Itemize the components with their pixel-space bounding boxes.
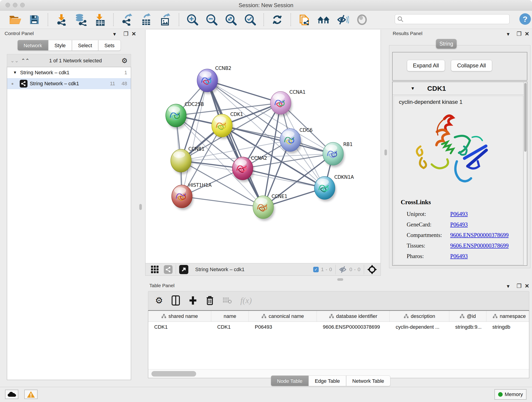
gene-header[interactable]: ▼ CDK1 <box>393 82 527 95</box>
detach-view-icon[interactable] <box>179 265 188 274</box>
network-node-HIST1H1A[interactable]: HIST1H1A <box>172 182 212 210</box>
zoom-selected-button[interactable] <box>244 14 256 26</box>
network-node-RB1[interactable]: RB1 <box>323 142 353 167</box>
table-settings-gear-icon[interactable]: ⚙ <box>155 295 163 306</box>
table-panel-float-icon[interactable]: ❐ <box>517 283 522 289</box>
control-panel-close-icon[interactable]: ✕ <box>132 31 136 37</box>
network-node-CCNB2[interactable]: CCNB2 <box>197 65 231 94</box>
column-header-@id[interactable]: @id <box>449 311 486 322</box>
crosslink-link[interactable]: P06493 <box>450 211 468 217</box>
tab-network[interactable]: Network <box>17 40 48 51</box>
column-header-namespace[interactable]: namespace <box>486 311 532 322</box>
tab-sets[interactable]: Sets <box>98 40 121 51</box>
import-network-database-button[interactable] <box>75 14 87 26</box>
column-header-name[interactable]: name <box>211 311 249 322</box>
table-hscrollbar-thumb[interactable] <box>152 371 196 376</box>
right-splitter-handle[interactable] <box>385 149 387 155</box>
network-node-CDKN1A[interactable]: CDKN1A <box>314 174 354 201</box>
tab-string[interactable]: String <box>436 39 457 49</box>
eye-disabled-button[interactable] <box>356 14 368 26</box>
left-splitter-handle[interactable] <box>139 204 142 210</box>
network-node-CCNE1[interactable]: CCNE1 <box>253 194 287 221</box>
network-node-CDC6[interactable]: CDC6 <box>280 128 312 153</box>
table-cell[interactable]: cyclin-dependent ... <box>390 324 449 330</box>
birdseye-crosshair-icon[interactable] <box>367 265 377 274</box>
results-panel-close-icon[interactable]: ✕ <box>525 31 529 37</box>
search-input[interactable] <box>404 16 502 22</box>
zoom-in-button[interactable] <box>186 14 198 26</box>
export-image-button[interactable] <box>159 14 171 26</box>
fit-content-button[interactable] <box>225 14 237 26</box>
protein-structure-image <box>410 110 497 192</box>
tab-node-table[interactable]: Node Table <box>271 375 309 386</box>
table-panel-close-icon[interactable]: ✕ <box>525 283 529 289</box>
network-canvas[interactable]: CCNB2CCNA1CDC25BCDK1CDC6RB1CCNB1CCNA2CDK… <box>145 30 381 263</box>
network-node-CCNA2[interactable]: CCNA2 <box>232 155 267 182</box>
results-panel-menu-icon[interactable]: ▼ <box>506 32 510 37</box>
column-header-database-identifier[interactable]: database identifier <box>317 311 390 322</box>
tree-expander-icon[interactable]: ▼ <box>13 70 17 75</box>
clone-network-button[interactable] <box>298 14 310 26</box>
expand-all-button[interactable]: Expand All <box>407 60 445 71</box>
crosslink-link[interactable]: P06493 <box>450 221 468 228</box>
show-columns-icon[interactable] <box>172 295 180 306</box>
column-header-canonical-name[interactable]: canonical name <box>249 311 317 322</box>
table-panel-menu-icon[interactable]: ▼ <box>506 284 510 289</box>
crosslink-link[interactable]: 9606.ENSP00000378699 <box>450 242 509 249</box>
selected-checkbox-icon[interactable]: ✓ <box>313 267 319 272</box>
delete-column-trash-icon[interactable] <box>206 295 214 306</box>
control-panel-float-icon[interactable]: ❐ <box>123 31 128 37</box>
results-scrollbar[interactable] <box>524 82 527 265</box>
network-node-CDC25B[interactable]: CDC25B <box>166 102 204 129</box>
crosslink-link[interactable]: 9606.ENSP00000378699 <box>450 232 509 238</box>
show-hide-graphics-button[interactable] <box>337 14 349 26</box>
table-cell[interactable]: CDK1 <box>148 324 211 330</box>
import-table-button[interactable] <box>94 14 106 26</box>
network-node-CCNA1[interactable]: CCNA1 <box>270 89 305 116</box>
table-cell[interactable]: 9606.ENSP00000378699 <box>317 324 390 330</box>
column-header-shared-name[interactable]: shared name <box>148 311 211 322</box>
open-session-button[interactable] <box>9 14 21 26</box>
crosslink-link[interactable]: P06493 <box>450 253 468 259</box>
tab-style[interactable]: Style <box>48 40 72 51</box>
network-node-CCNB1[interactable]: CCNB1 <box>171 146 204 174</box>
control-panel-menu-icon[interactable]: ▼ <box>112 32 117 37</box>
table-cell[interactable]: stringdb <box>486 324 532 330</box>
cloud-button[interactable] <box>5 390 18 399</box>
horizontal-splitter-handle[interactable] <box>337 278 343 281</box>
share-view-icon[interactable] <box>164 265 172 274</box>
results-panel-float-icon[interactable]: ❐ <box>517 31 522 37</box>
tab-edge-table[interactable]: Edge Table <box>309 375 346 386</box>
network-edge-HIST1H1A-CCNE1[interactable] <box>182 196 263 207</box>
gear-icon[interactable]: ⚙ <box>121 57 128 65</box>
network-edge-CCNB2-CCNE1[interactable] <box>207 80 263 207</box>
save-session-button[interactable] <box>28 14 40 26</box>
warnings-button[interactable] <box>24 390 38 399</box>
network-edge-CCNB2-HIST1H1A[interactable] <box>182 80 207 196</box>
add-column-plus-icon[interactable] <box>189 295 197 306</box>
tab-select[interactable]: Select <box>72 40 98 51</box>
collapse-all-icon[interactable]: ⌄⌄ <box>10 58 19 64</box>
table-panel-title: Table Panel <box>149 283 175 288</box>
table-cell[interactable]: stringdb:9... <box>449 324 486 330</box>
refresh-button[interactable] <box>271 14 283 26</box>
expand-all-icon[interactable]: ⌃⌃ <box>21 58 30 64</box>
export-table-button[interactable] <box>140 14 152 26</box>
grid-view-icon[interactable] <box>151 265 159 274</box>
help-button[interactable]: ? <box>519 13 531 25</box>
zoom-out-button[interactable] <box>206 14 218 26</box>
tab-network-table[interactable]: Network Table <box>346 375 390 386</box>
network-collection-row[interactable]: ▼ String Network – cdk1 1 <box>7 67 131 78</box>
table-cell[interactable]: P06493 <box>249 324 317 330</box>
collapse-all-button[interactable]: Collapse All <box>451 60 492 71</box>
column-header-description[interactable]: description <box>390 311 449 322</box>
network-row[interactable]: ● String Network – cdk1 11 48 <box>7 78 131 89</box>
home-button[interactable] <box>317 14 329 26</box>
table-cell[interactable]: CDK1 <box>211 324 249 330</box>
table-row[interactable]: CDK1CDK1P064939606.ENSP00000378699cyclin… <box>148 322 529 332</box>
import-network-file-button[interactable] <box>56 14 67 26</box>
memory-button[interactable]: Memory <box>494 389 526 400</box>
export-network-button[interactable] <box>121 14 133 26</box>
results-scrollbar-thumb[interactable] <box>524 83 526 152</box>
gene-expander-icon[interactable]: ▼ <box>411 86 415 91</box>
